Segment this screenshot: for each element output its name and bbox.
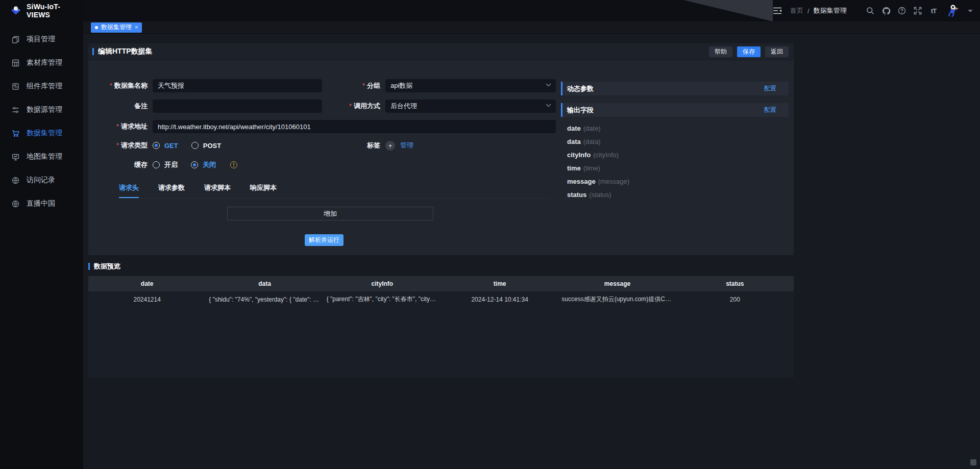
breadcrumb-home[interactable]: 首页 [790,6,803,15]
radio-checked-icon [153,142,160,149]
method-post-radio[interactable]: POST [191,142,221,150]
output-fields-header: 输出字段 配置 [561,103,789,117]
method-get-label: GET [164,142,178,150]
tab-close-icon[interactable]: × [135,24,138,30]
github-icon[interactable] [881,6,891,15]
avatar[interactable] [945,3,960,18]
radio-unchecked-icon [153,161,160,168]
sidebar-item-dataset[interactable]: 数据集管理 [0,121,83,145]
help-button[interactable]: 帮助 [709,46,732,57]
cache-off-label: 关闭 [203,160,216,169]
cell-date: 20241214 [88,296,206,303]
sidebar-item-label: 地图集管理 [27,152,62,161]
field-name: message [567,178,596,185]
card-body: 数据集名称 分组 备注 [88,60,794,255]
tab-label: 数据集管理 [101,23,132,32]
user-menu-caret-icon[interactable] [968,10,973,12]
column-header-data: data [206,280,323,287]
mapset-icon [11,153,19,161]
accent-bar [88,263,90,270]
cell-cityinfo: { "parent": "吉林", "city": "长春市", "cityke… [324,295,441,304]
topbar: 首页 / 数据集管理 tT [83,0,980,21]
tab-dataset-management[interactable]: 数据集管理 × [91,22,142,33]
tab-request-script[interactable]: 请求脚本 [204,183,231,198]
sidebar-item-label: 数据集管理 [27,129,62,138]
sidebar-item-mapset[interactable]: 地图集管理 [0,145,83,168]
field-alias: (cityInfo) [593,151,619,159]
topbar-icons: tT [866,3,973,18]
sidebar-item-label: 访问记录 [27,176,55,185]
output-fields-configure-link[interactable]: 配置 [764,106,776,114]
cache-on-label: 开启 [164,160,178,169]
project-icon [11,35,19,43]
cache-label: 缓存 [88,160,148,169]
output-field-item: date(date) [567,122,789,135]
accent-bar [92,48,94,55]
search-icon[interactable] [866,6,875,15]
output-fields-title: 输出字段 [567,106,594,115]
app-layout: SiWu-IoT-VIEWS 项目管理 素材库管理 组件库管理 [0,0,980,469]
manage-tags-link[interactable]: 管理 [400,141,413,150]
output-field-item: status(status) [567,188,789,202]
output-field-item: cityInfo(cityInfo) [567,149,789,162]
field-name: cityInfo [567,151,591,159]
column-header-cityinfo: cityInfo [324,280,441,287]
sidebar-item-datasource[interactable]: 数据源管理 [0,98,83,121]
field-alias: (message) [598,178,629,185]
sidebar-item-label: 素材库管理 [27,58,62,67]
request-url-input[interactable] [153,120,556,133]
fullscreen-icon[interactable] [913,6,922,15]
card-actions: 帮助 保存 返回 [709,46,789,57]
edit-http-dataset-card: 编辑HTTP数据集 帮助 保存 返回 数据集名称 分组 [88,43,794,255]
table-row: 20241214 { "shidu": "74%", "yesterday": … [88,291,794,307]
add-tag-button[interactable]: + [385,141,395,151]
invoke-mode-select-value[interactable] [385,100,556,113]
group-select[interactable] [385,79,556,92]
content: 编辑HTTP数据集 帮助 保存 返回 数据集名称 分组 [83,34,980,469]
sidebar-collapse-icon[interactable] [773,6,783,16]
back-button[interactable]: 返回 [765,46,789,57]
field-alias: (time) [583,164,600,172]
sidebar-item-project[interactable]: 项目管理 [0,28,83,51]
dataset-name-input[interactable] [153,79,322,92]
request-method-radio-group: GET POST [153,142,322,150]
logo: SiWu-IoT-VIEWS [0,0,83,21]
method-get-radio[interactable]: GET [153,142,178,150]
cache-on-radio[interactable]: 开启 [153,160,178,169]
field-alias: (date) [583,125,601,132]
sidebar-item-component[interactable]: 组件库管理 [0,75,83,98]
datasource-icon [11,106,19,114]
sidebar-nav: 项目管理 素材库管理 组件库管理 数据源管理 [0,21,83,215]
tab-request-params[interactable]: 请求参数 [158,183,185,198]
save-button[interactable]: 保存 [737,46,761,57]
tab-request-headers[interactable]: 请求头 [119,183,139,198]
remark-input[interactable] [153,100,322,113]
tab-response-script[interactable]: 响应脚本 [250,183,277,198]
sidebar-item-label: 项目管理 [27,35,55,44]
field-alias: (data) [583,138,601,145]
tag-group: + 管理 [385,141,556,151]
output-field-item: message(message) [567,175,789,188]
column-header-date: date [88,280,206,287]
request-config-tabs: 请求头 请求参数 请求脚本 响应脚本 [119,183,550,199]
table-header-row: date data cityInfo time message status [88,276,794,291]
sidebar-item-material[interactable]: 素材库管理 [0,51,83,75]
card-title: 编辑HTTP数据集 [98,47,153,56]
scroll-corner-grip[interactable] [970,459,976,465]
output-field-item: data(data) [567,135,789,149]
cache-off-radio[interactable]: 关闭 [191,160,216,169]
sidebar-item-live-china[interactable]: 直播中国 [0,192,83,215]
add-header-button[interactable]: 增加 [227,207,433,220]
help-icon[interactable] [897,6,906,15]
sidebar-item-records[interactable]: 访问记录 [0,168,83,192]
invoke-mode-select[interactable] [385,100,556,113]
font-size-icon[interactable]: tT [929,6,938,15]
parse-and-run-button[interactable]: 解析并运行 [305,234,344,246]
column-header-message: message [558,280,676,287]
sidebar-item-label: 组件库管理 [27,82,62,91]
cache-radio-group: 开启 关闭 ! [153,160,322,169]
group-select-value[interactable] [385,79,556,92]
field-name: time [567,164,581,172]
radio-unchecked-icon [191,142,199,149]
dynamic-params-configure-link[interactable]: 配置 [764,84,776,93]
